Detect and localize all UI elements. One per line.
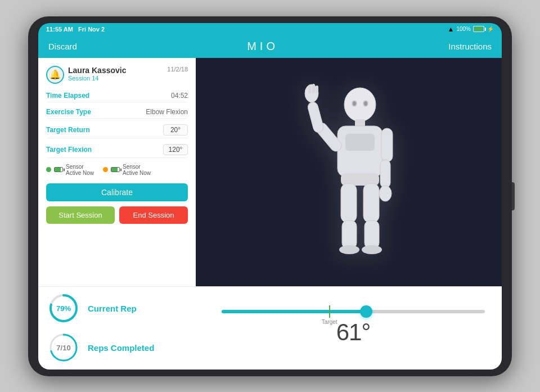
svg-rect-17 (364, 220, 379, 249)
target-label: Target (322, 319, 338, 325)
target-flexion-label: Target Flexion (46, 146, 92, 154)
sensor-2-battery (111, 167, 120, 172)
stats-left: 79% Current Rep 7/10 Reps (47, 292, 205, 364)
reps-completed-value: 7/10 (56, 344, 70, 352)
session-buttons: Start Session End Session (46, 206, 188, 224)
stats-right: Target 61° (205, 310, 490, 346)
sensor-2-label: Sensor Active Now (123, 164, 151, 176)
patient-name: Laura Kassovic (68, 66, 127, 75)
reps-completed-label: Reps Completed (88, 343, 154, 353)
slider-container: Target (216, 310, 490, 313)
sensor-2: Sensor Active Now (103, 164, 151, 176)
svg-rect-14 (341, 183, 357, 223)
robot-view (196, 58, 502, 286)
current-rep-stat: 79% Current Rep (47, 292, 205, 325)
patient-session: Session 14 (68, 75, 127, 82)
target-return-label: Target Return (46, 126, 90, 134)
target-line (329, 305, 330, 318)
instructions-button[interactable]: Instructions (448, 42, 492, 51)
nav-bar: Discard MIO Instructions (38, 35, 502, 58)
top-section: 🔔 Laura Kassovic Session 14 11/2/18 Time… (38, 58, 502, 286)
sidebar: 🔔 Laura Kassovic Session 14 11/2/18 Time… (38, 58, 196, 286)
svg-point-23 (364, 101, 367, 106)
target-flexion-row: Target Flexion 120° (46, 142, 188, 158)
angle-display: 61° (336, 319, 371, 346)
target-return-value: 20° (163, 124, 188, 136)
reps-completed-stat: 7/10 Reps Completed (47, 331, 205, 364)
svg-rect-15 (342, 220, 357, 249)
svg-point-12 (379, 186, 392, 201)
app-title: MIO (247, 40, 278, 53)
sensor-1-battery (54, 167, 63, 172)
svg-rect-16 (363, 183, 379, 223)
svg-rect-10 (381, 128, 393, 162)
avatar-icon: 🔔 (50, 69, 61, 80)
calibrate-button[interactable]: Calibrate (46, 183, 188, 201)
time-elapsed-row: Time Elapsed 04:52 (46, 89, 188, 102)
svg-point-19 (362, 245, 382, 254)
patient-info-left: 🔔 Laura Kassovic Session 14 (46, 66, 127, 84)
patient-header: 🔔 Laura Kassovic Session 14 11/2/18 (46, 66, 188, 84)
slider-target-marker: Target (322, 305, 338, 325)
sensor-1-label: Sensor Active Now (66, 164, 94, 176)
svg-rect-11 (380, 160, 390, 188)
battery-status-bar: 100% ⚡ (456, 26, 494, 32)
svg-rect-5 (307, 101, 325, 133)
bottom-panel: 79% Current Rep 7/10 Reps (38, 286, 502, 370)
patient-avatar: 🔔 (46, 66, 64, 84)
wifi-icon: ▲ (448, 25, 454, 33)
svg-rect-7 (308, 85, 311, 93)
time-elapsed-value: 04:52 (171, 92, 188, 100)
slider-fill (222, 310, 366, 313)
main-content: 🔔 Laura Kassovic Session 14 11/2/18 Time… (38, 58, 502, 370)
time-elapsed-label: Time Elapsed (46, 92, 89, 100)
screen: 11:55 AM Fri Nov 2 ▲ 100% ⚡ Discard MIO … (38, 23, 502, 370)
svg-rect-8 (312, 84, 315, 93)
target-return-row: Target Return 20° (46, 122, 188, 138)
exercise-type-row: Exercise Type Elbow Flexion (46, 106, 188, 119)
robot-figure (287, 76, 411, 268)
sensor-1: Sensor Active Now (46, 164, 94, 176)
exercise-type-label: Exercise Type (46, 108, 91, 116)
slider-track[interactable]: Target (222, 310, 485, 313)
exercise-type-value: Elbow Flexion (146, 108, 188, 116)
target-flexion-value: 120° (163, 144, 188, 155)
sensor-1-dot (46, 167, 51, 172)
sensor-row: Sensor Active Now Sensor Active No (46, 161, 188, 178)
status-time: 11:55 AM Fri Nov 2 (46, 26, 105, 33)
reps-completed-circle: 7/10 (47, 331, 80, 364)
discard-button[interactable]: Discard (48, 42, 77, 51)
current-rep-percent: 79% (56, 304, 71, 313)
end-session-button[interactable]: End Session (119, 206, 188, 224)
patient-date: 11/2/18 (167, 66, 188, 73)
slider-thumb[interactable] (360, 305, 372, 318)
svg-point-18 (339, 245, 359, 254)
tablet-shell: 11:55 AM Fri Nov 2 ▲ 100% ⚡ Discard MIO … (28, 16, 512, 376)
current-rep-label: Current Rep (88, 304, 137, 313)
sensor-2-dot (103, 167, 108, 172)
current-rep-circle: 79% (47, 292, 80, 325)
svg-point-0 (344, 88, 376, 121)
status-bar: 11:55 AM Fri Nov 2 ▲ 100% ⚡ (38, 23, 502, 35)
svg-rect-3 (345, 134, 375, 151)
svg-rect-9 (316, 85, 318, 93)
svg-point-22 (353, 101, 356, 106)
svg-rect-2 (338, 126, 382, 177)
status-icons: ▲ 100% ⚡ (448, 25, 494, 33)
start-session-button[interactable]: Start Session (46, 206, 115, 224)
